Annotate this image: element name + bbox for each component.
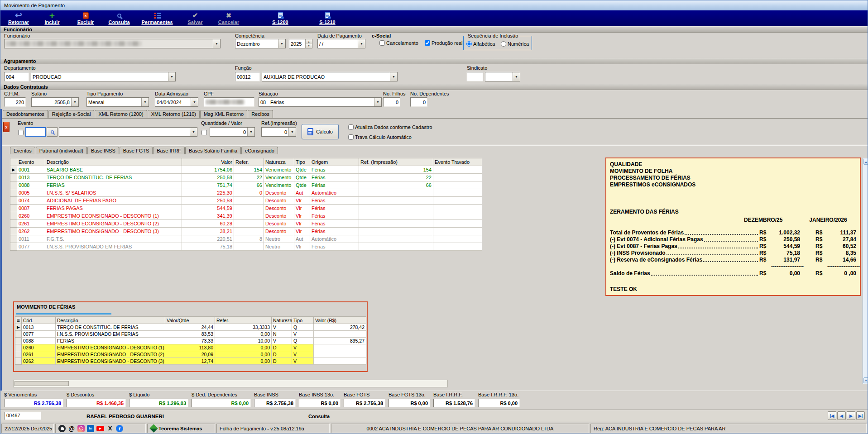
quantidade-valor-field[interactable]: 0 (210, 127, 255, 137)
cancelamento-checkbox[interactable]: Cancelamento (379, 40, 418, 46)
github-icon[interactable] (58, 425, 66, 432)
ref-impressao-field[interactable]: 0 (261, 127, 296, 137)
table-row[interactable]: 0262 EMPRESTIMO ECONSIGNADO - DESCONTO (… (10, 228, 482, 235)
competencia-month-select[interactable]: Dezembro (235, 39, 286, 48)
evento-search-button[interactable] (47, 127, 58, 137)
scrollbar-thumb[interactable] (14, 381, 69, 386)
checkbox[interactable] (379, 40, 385, 46)
salvar-button[interactable]: ✔Salvar (179, 11, 211, 25)
consulta-button[interactable]: Consulta (103, 11, 135, 25)
table-row[interactable]: 0260 EMPRESTIMO ECONSIGNADO - DESCONTO (… (15, 344, 366, 351)
nav-next-icon[interactable]: ▶ (847, 411, 855, 420)
spin-down-icon[interactable]: ▼ (306, 44, 312, 48)
filhos-field[interactable]: 0 (383, 97, 400, 107)
departamento-code-field[interactable]: 004 (4, 72, 29, 81)
evento-checkbox[interactable] (18, 130, 24, 135)
salario-field[interactable]: 2505,8 (31, 97, 79, 107)
chevron-down-icon[interactable] (213, 39, 220, 48)
cpf-field[interactable] (204, 97, 254, 107)
chevron-down-icon[interactable] (374, 98, 381, 106)
chevron-down-icon[interactable] (71, 98, 78, 106)
chevron-down-icon[interactable] (390, 72, 397, 81)
tab[interactable]: Recibos (248, 110, 273, 118)
chevron-down-icon[interactable] (168, 72, 175, 81)
facebook-icon[interactable]: f (116, 425, 123, 432)
tab[interactable]: eConsignado (241, 147, 278, 154)
tab[interactable]: Base IRRF (153, 147, 185, 154)
chm-field[interactable]: 220 (4, 97, 26, 107)
chevron-down-icon[interactable] (247, 128, 254, 136)
retornar-button[interactable]: ↩Retornar (2, 11, 35, 25)
chevron-down-icon[interactable] (191, 98, 198, 106)
departamento-select[interactable]: PRODUCAO (31, 72, 176, 81)
table-row[interactable]: 0260 EMPRESTIMO ECONSIGNADO - DESCONTO (… (10, 212, 482, 220)
quantidade-checkbox[interactable] (201, 130, 207, 135)
window-titlebar[interactable]: Movimento de Pagamento (0, 0, 868, 10)
tab[interactable]: Base FGTS (120, 147, 153, 154)
table-row[interactable]: 0261 EMPRESTIMO ECONSIGNADO - DESCONTO (… (15, 351, 366, 358)
tab[interactable]: XML Retorno (1210) (148, 110, 200, 118)
competencia-year-spinner[interactable]: 2025 ▲▼ (289, 39, 312, 48)
situacao-select[interactable]: 08 - Férias (259, 97, 382, 107)
nav-first-icon[interactable]: |◀ (828, 411, 836, 420)
tab[interactable]: Bases Salário Família (185, 147, 241, 154)
scroll-up-icon[interactable]: ▲ (863, 159, 868, 165)
chevron-down-icon[interactable] (190, 128, 197, 136)
x-icon[interactable]: X (106, 425, 114, 432)
tab[interactable]: Base INSS (87, 147, 119, 154)
table-row[interactable]: 0077 I.N.S.S. PROVISIONADO EM FERIAS 83,… (15, 331, 366, 338)
data-admissao-field[interactable]: 04/04/2024 (155, 97, 198, 107)
brand-link[interactable]: Teorema Sistemas (158, 426, 202, 431)
chevron-down-icon[interactable] (288, 128, 296, 136)
table-row[interactable]: ▶ 0013 TERÇO DE CONSTITUC. DE FÉRIAS 24,… (15, 324, 366, 331)
tab[interactable]: Msg XML Retorno (200, 110, 247, 118)
table-row[interactable]: 0013 TERÇO DE CONSTITUC. DE FÉRIAS 250,5… (10, 174, 482, 181)
nav-last-icon[interactable]: ▶| (856, 411, 865, 420)
horizontal-scrollbar[interactable] (13, 380, 448, 387)
sindicato-code-field[interactable] (467, 72, 483, 81)
spin-up-icon[interactable]: ▲ (306, 39, 312, 44)
evento-code-input[interactable] (25, 127, 46, 137)
delete-row-icon[interactable]: x (3, 122, 10, 132)
at-icon[interactable]: @ (68, 425, 75, 432)
funcao-select[interactable]: AUXILIAR DE PRODUCAO (262, 72, 398, 81)
s1210-button[interactable]: S-1210 (311, 11, 344, 25)
table-row[interactable]: 0074 ADICIONAL DE FERIAS PAGO 250,58 Des… (10, 197, 482, 205)
producao-real-checkbox[interactable]: Produção real (425, 40, 463, 46)
tab[interactable]: Desdobramentos (3, 110, 48, 118)
numerica-radio[interactable]: Numérica (501, 41, 529, 47)
table-row[interactable]: 0005 I.N.S.S. S/ SALARIOS 225,30 0 Desco… (10, 189, 482, 197)
tab[interactable]: XML Retorno (1200) (95, 110, 147, 118)
data-pagamento-field[interactable]: / / (317, 39, 365, 48)
instagram-icon[interactable] (77, 425, 85, 432)
table-row[interactable]: 0011 F.G.T.S. 220,51 8 Neutro Aut Automá… (10, 235, 482, 243)
youtube-icon[interactable]: ▶ (96, 426, 104, 431)
linkedin-icon[interactable]: in (87, 425, 94, 432)
sindicato-select[interactable] (485, 72, 520, 81)
funcionario-field[interactable] (4, 39, 221, 48)
atualiza-dados-checkbox[interactable]: Atualiza Dados conforme Cadastro (348, 124, 432, 130)
calculo-button[interactable]: Cálculo (302, 124, 339, 139)
table-row[interactable]: ▶ 0001 SALARIO BASE 1754,06 154 Vencimen… (10, 166, 482, 174)
dependentes-field[interactable]: 0 (410, 97, 427, 107)
tipo-pagamento-select[interactable]: Mensal (86, 97, 149, 107)
tab[interactable]: Rejeição e-Social (48, 110, 95, 118)
scroll-down-icon[interactable]: ▼ (863, 377, 868, 383)
table-row[interactable]: 0262 EMPRESTIMO ECONSIGNADO - DESCONTO (… (15, 358, 366, 365)
vertical-scrollbar[interactable]: ▲ ▼ (863, 158, 868, 384)
chevron-down-icon[interactable] (358, 39, 365, 48)
table-row[interactable]: 0261 EMPRESTIMO ECONSIGNADO - DESCONTO (… (10, 220, 482, 228)
table-row[interactable]: 0088 FERIAS 751,74 66 Vencimento Qtde Fé… (10, 181, 482, 189)
chevron-down-icon[interactable] (141, 98, 149, 106)
cancelar-button[interactable]: ✖Cancelar (212, 11, 245, 25)
s1200-button[interactable]: S-1200 (264, 11, 297, 25)
table-row[interactable]: 0088 FERIAS 73,33 10,00 V Q 835,27 (15, 338, 366, 344)
excluir-button[interactable]: xExcluir (69, 11, 102, 25)
tab[interactable]: Eventos (10, 147, 35, 154)
funcao-code-field[interactable]: 00012 (235, 72, 260, 81)
chevron-down-icon[interactable] (513, 72, 520, 81)
trava-calculo-checkbox[interactable]: Trava Cálculo Automático (348, 134, 412, 140)
alfabetica-radio[interactable]: Alfabética (466, 41, 495, 47)
permanentes-button[interactable]: Permanentes (136, 11, 178, 25)
tab[interactable]: Patronal (individual) (36, 147, 87, 154)
